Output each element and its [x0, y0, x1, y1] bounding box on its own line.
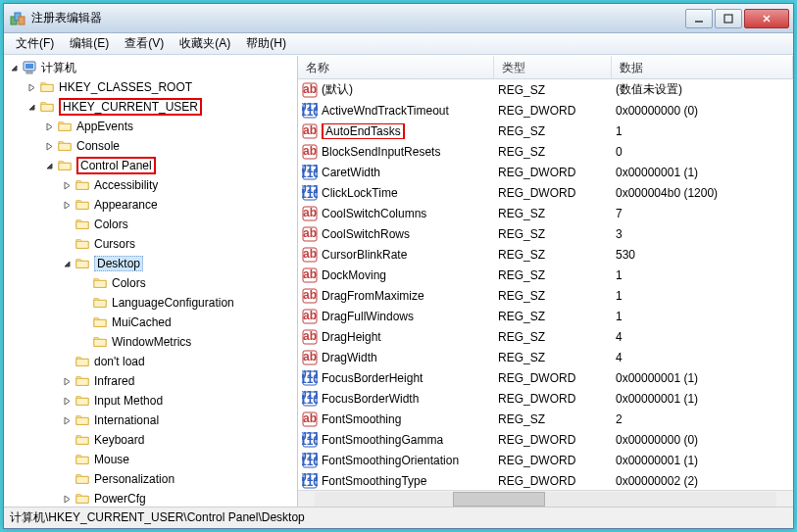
list-row[interactable]: BlockSendInputResetsREG_SZ0	[298, 141, 793, 162]
expand-icon[interactable]	[61, 493, 73, 505]
list-row[interactable]: ClickLockTimeREG_DWORD0x000004b0 (1200)	[298, 182, 793, 203]
value-data: 0x00000000 (0)	[616, 433, 793, 447]
list-row[interactable]: DragFullWindowsREG_SZ1	[298, 306, 793, 326]
tree-node[interactable]: don't load	[4, 352, 297, 371]
column-header-data[interactable]: 数据	[612, 56, 793, 78]
binary-value-icon	[302, 432, 318, 448]
tree-label: MuiCached	[112, 315, 172, 329]
expand-icon[interactable]	[25, 81, 37, 93]
value-data: 1	[616, 310, 793, 323]
tree-node[interactable]: Cursors	[4, 234, 297, 254]
column-header-type[interactable]: 类型	[494, 56, 612, 78]
horizontal-scrollbar[interactable]	[298, 490, 793, 507]
list-row[interactable]: CursorBlinkRateREG_SZ530	[298, 244, 793, 265]
tree-node[interactable]: AppEvents	[4, 117, 297, 136]
tree-node[interactable]: Appearance	[4, 195, 297, 215]
tree-node[interactable]: LanguageConfiguration	[4, 293, 297, 313]
expand-icon[interactable]	[61, 199, 73, 211]
folder-icon	[57, 120, 73, 133]
value-type: REG_SZ	[498, 412, 616, 426]
maximize-button[interactable]	[715, 9, 742, 28]
minimize-button[interactable]	[685, 9, 713, 28]
tree-node[interactable]: PowerCfg	[4, 489, 297, 507]
value-data: 0x00000001 (1)	[616, 371, 793, 385]
value-data: 4	[616, 351, 793, 364]
expand-icon[interactable]	[61, 414, 73, 426]
menu-item[interactable]: 收藏夹(A)	[172, 33, 238, 54]
tree-node[interactable]: MuiCached	[4, 313, 297, 332]
tree-label: PowerCfg	[94, 492, 146, 506]
collapse-icon[interactable]	[8, 62, 20, 73]
menu-item[interactable]: 查看(V)	[117, 33, 172, 54]
folder-icon	[75, 257, 90, 270]
tree-node[interactable]: Desktop	[4, 254, 297, 273]
list-row[interactable]: CoolSwitchRowsREG_SZ3	[298, 223, 793, 244]
tree-node[interactable]: Infrared	[4, 371, 297, 391]
value-data: 0	[616, 145, 793, 159]
column-header-name[interactable]: 名称	[298, 56, 494, 78]
titlebar[interactable]: 注册表编辑器	[4, 4, 793, 33]
list-row[interactable]: FocusBorderHeightREG_DWORD0x00000001 (1)	[298, 367, 793, 388]
value-data: (数值未设置)	[616, 81, 793, 98]
list-row[interactable]: DragHeightREG_SZ4	[298, 326, 793, 347]
list-row[interactable]: DragFromMaximizeREG_SZ1	[298, 285, 793, 306]
tree-node[interactable]: Keyboard	[4, 430, 297, 450]
list-row[interactable]: FontSmoothingREG_SZ2	[298, 409, 793, 429]
list-row[interactable]: ActiveWndTrackTimeoutREG_DWORD0x00000000…	[298, 100, 793, 121]
value-data: 0x00000001 (1)	[616, 392, 793, 406]
tree-node[interactable]: Control Panel	[4, 156, 297, 175]
tree-node[interactable]: 计算机	[4, 58, 297, 77]
tree-node[interactable]: WindowMetrics	[4, 332, 297, 352]
tree-node[interactable]: HKEY_CLASSES_ROOT	[4, 77, 297, 97]
binary-value-icon	[302, 103, 318, 119]
tree-panel[interactable]: 计算机HKEY_CLASSES_ROOTHKEY_CURRENT_USERApp…	[4, 56, 298, 507]
folder-icon	[57, 159, 73, 172]
value-name: CursorBlinkRate	[322, 248, 407, 262]
list-body[interactable]: (默认)REG_SZ(数值未设置)ActiveWndTrackTimeoutRE…	[298, 79, 793, 490]
tree-node[interactable]: Console	[4, 136, 297, 156]
expand-icon[interactable]	[43, 140, 55, 152]
tree-node[interactable]: HKEY_CURRENT_USER	[4, 97, 297, 117]
tree-node[interactable]: Input Method	[4, 391, 297, 411]
collapse-icon[interactable]	[43, 160, 55, 171]
list-row[interactable]: CoolSwitchColumnsREG_SZ7	[298, 203, 793, 223]
value-type: REG_DWORD	[498, 104, 616, 118]
list-row[interactable]: DockMovingREG_SZ1	[298, 265, 793, 285]
folder-icon	[92, 335, 108, 349]
expand-icon[interactable]	[61, 179, 73, 191]
value-type: REG_SZ	[498, 330, 616, 344]
list-row[interactable]: DragWidthREG_SZ4	[298, 347, 793, 367]
list-row[interactable]: FocusBorderWidthREG_DWORD0x00000001 (1)	[298, 388, 793, 409]
list-row[interactable]: (默认)REG_SZ(数值未设置)	[298, 79, 793, 100]
scrollbar-thumb[interactable]	[453, 492, 545, 507]
tree-label: Console	[76, 139, 120, 153]
folder-icon	[75, 472, 90, 486]
tree-node[interactable]: Accessibility	[4, 175, 297, 195]
tree-node[interactable]: Mouse	[4, 450, 297, 469]
tree-label: International	[94, 413, 159, 427]
close-button[interactable]	[744, 9, 789, 28]
list-row[interactable]: FontSmoothingTypeREG_DWORD0x00000002 (2)	[298, 470, 793, 490]
value-data: 0x00000001 (1)	[616, 454, 793, 467]
menu-item[interactable]: 文件(F)	[8, 33, 62, 54]
computer-icon	[22, 60, 37, 75]
binary-value-icon	[302, 370, 318, 386]
value-data: 0x00000001 (1)	[616, 166, 793, 179]
tree-node[interactable]: Colors	[4, 273, 297, 293]
folder-icon	[75, 374, 90, 388]
collapse-icon[interactable]	[61, 258, 73, 269]
tree-node[interactable]: Colors	[4, 215, 297, 234]
list-row[interactable]: AutoEndTasksREG_SZ1	[298, 121, 793, 141]
list-row[interactable]: CaretWidthREG_DWORD0x00000001 (1)	[298, 162, 793, 182]
list-row[interactable]: FontSmoothingOrientationREG_DWORD0x00000…	[298, 450, 793, 470]
menu-item[interactable]: 帮助(H)	[238, 33, 294, 54]
collapse-icon[interactable]	[25, 101, 37, 113]
list-row[interactable]: FontSmoothingGammaREG_DWORD0x00000000 (0…	[298, 429, 793, 450]
menu-item[interactable]: 编辑(E)	[62, 33, 117, 54]
expand-icon[interactable]	[61, 375, 73, 387]
folder-icon	[75, 413, 90, 427]
tree-node[interactable]: International	[4, 411, 297, 430]
expand-icon[interactable]	[61, 395, 73, 407]
tree-node[interactable]: Personalization	[4, 469, 297, 489]
expand-icon[interactable]	[43, 121, 55, 132]
